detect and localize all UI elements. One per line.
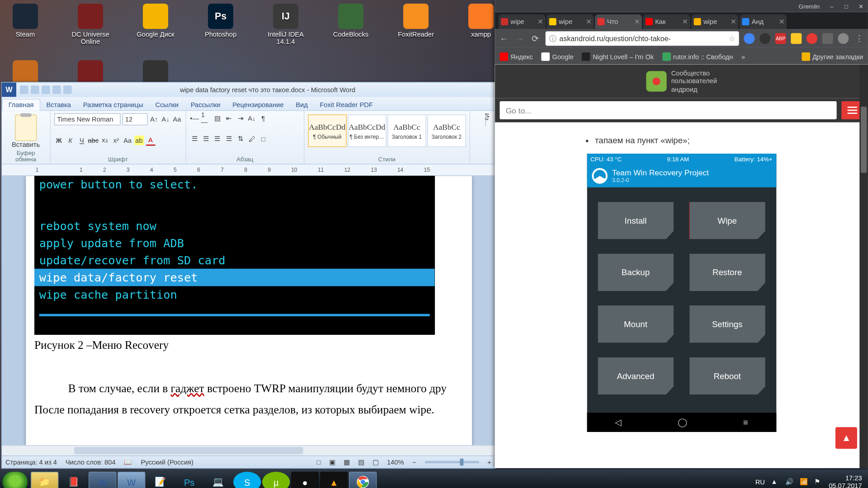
other-bookmarks[interactable]: Другие закладки — [802, 52, 863, 61]
taskbar-photoshop-icon[interactable]: Ps — [175, 472, 203, 488]
change-case-icon[interactable]: Aa — [172, 114, 182, 124]
back-icon[interactable]: ← — [499, 33, 509, 44]
horizontal-ruler[interactable]: 1123456789101112131415 — [2, 164, 495, 176]
view-draft-icon[interactable]: ▢ — [373, 458, 378, 466]
reload-icon[interactable]: ⟳ — [530, 33, 541, 44]
view-web-icon[interactable]: ▦ — [344, 458, 349, 466]
ribbon-tab[interactable]: Рецензирование — [226, 99, 290, 110]
align-center-icon[interactable]: ☰ — [201, 134, 211, 144]
extension-icon[interactable] — [807, 33, 817, 44]
maximize-icon[interactable]: □ — [839, 1, 854, 11]
bold-icon[interactable]: Ж — [54, 135, 64, 145]
tab-close-icon[interactable]: ✕ — [586, 18, 591, 25]
taskbar-skype-icon[interactable]: S — [233, 472, 261, 488]
bookmark-item[interactable]: rutor.info :: Свободн — [662, 52, 733, 61]
extension-icon[interactable] — [744, 33, 755, 44]
browser-tab[interactable]: wipe✕ — [691, 14, 738, 29]
tray-chevron-up-icon[interactable]: ▲ — [771, 478, 779, 486]
taskbar-app-icon[interactable]: 💻 — [204, 472, 232, 488]
shading-icon[interactable]: 🖊 — [247, 134, 256, 144]
desktop-icon[interactable]: DC Universe Online — [69, 4, 112, 45]
numbering-icon[interactable]: 1— — [201, 113, 211, 123]
star-icon[interactable]: ☆ — [729, 34, 736, 43]
horizontal-scrollbar[interactable] — [2, 445, 495, 455]
superscript-icon[interactable]: x² — [111, 135, 121, 145]
extension-adblock-icon[interactable]: ABP — [775, 33, 786, 44]
tray-network-icon[interactable]: 📶 — [800, 478, 808, 486]
borders-icon[interactable]: □ — [259, 134, 268, 144]
line-spacing-icon[interactable]: ⇅ — [236, 134, 245, 144]
site-info-icon[interactable]: ⓘ — [549, 33, 557, 44]
status-wordcount[interactable]: Число слов: 804 — [66, 459, 116, 466]
text-effects-icon[interactable]: Aa — [123, 135, 132, 145]
view-outline-icon[interactable]: ▤ — [358, 458, 364, 466]
taskbar-app-icon[interactable]: 📝 — [146, 472, 174, 488]
ribbon-tab[interactable]: Foxit Reader PDF — [314, 99, 379, 110]
zoom-slider[interactable] — [425, 461, 479, 463]
tray-clock[interactable]: 17:23 05.07.2017 — [829, 474, 862, 488]
chrome-profile-name[interactable]: Gremlin — [799, 3, 820, 9]
zoom-in-icon[interactable]: + — [487, 459, 491, 466]
indent-dec-icon[interactable]: ⇤ — [224, 113, 234, 123]
taskbar-utorrent-icon[interactable]: µ — [262, 472, 290, 488]
align-left-icon[interactable]: ☰ — [190, 134, 199, 144]
zoom-out-icon[interactable]: − — [412, 459, 416, 466]
multilevel-icon[interactable]: ▤ — [212, 113, 222, 123]
bullets-icon[interactable]: •— — [190, 113, 199, 123]
sort-icon[interactable]: A↓ — [247, 113, 256, 123]
forward-icon[interactable]: → — [514, 33, 525, 44]
ribbon-tab[interactable]: Главная — [2, 99, 40, 111]
browser-tab[interactable]: Что✕ — [595, 14, 642, 29]
ribbon-tab[interactable]: Разметка страницы — [77, 99, 149, 110]
status-page[interactable]: Страница: 4 из 4 — [5, 459, 57, 466]
bookmarks-overflow-icon[interactable]: » — [741, 53, 745, 60]
tab-close-icon[interactable]: ✕ — [634, 18, 640, 25]
subscript-icon[interactable]: x₂ — [100, 135, 109, 145]
taskbar-word-icon[interactable]: W — [118, 472, 145, 488]
goto-select[interactable]: Go to... — [500, 101, 836, 119]
quick-access-toolbar[interactable] — [20, 85, 72, 94]
vertical-scrollbar[interactable] — [859, 65, 868, 468]
extension-icon[interactable] — [822, 33, 833, 44]
desktop-icon[interactable]: Steam — [4, 4, 47, 45]
tray-language[interactable]: RU — [755, 479, 765, 486]
address-bar[interactable]: ⓘ askandroid.ru/question/chto-takoe- ☆ — [546, 31, 739, 46]
show-marks-icon[interactable]: ¶ — [259, 113, 268, 123]
style-item[interactable]: AaBbCcDd¶ Обычный — [308, 114, 346, 147]
bookmark-item[interactable]: Яндекс — [500, 52, 533, 61]
taskbar-chrome-icon[interactable] — [349, 472, 377, 488]
browser-tab[interactable]: wipe✕ — [499, 14, 546, 29]
view-fullscreen-icon[interactable]: ▣ — [329, 458, 335, 466]
indent-inc-icon[interactable]: ⇥ — [236, 113, 245, 123]
chrome-window-frame[interactable]: Gremlin – □ ✕ — [495, 0, 868, 12]
underline-icon[interactable]: Ч — [77, 135, 86, 145]
tray-volume-icon[interactable]: 🔊 — [785, 478, 794, 486]
view-print-layout-icon[interactable]: □ — [316, 459, 321, 466]
desktop-icon[interactable]: Google Диск — [134, 4, 177, 45]
tab-close-icon[interactable]: ✕ — [538, 18, 543, 25]
close-icon[interactable]: ✕ — [854, 1, 868, 11]
bookmark-item[interactable]: Google — [541, 52, 573, 61]
taskbar-app-icon[interactable]: ● — [291, 472, 319, 488]
strike-icon[interactable]: abc — [89, 135, 98, 145]
start-button[interactable] — [2, 472, 28, 488]
font-family-select[interactable]: Times New Roman — [54, 113, 121, 126]
chrome-menu-icon[interactable]: ⋮ — [854, 33, 864, 44]
paste-button[interactable] — [15, 114, 37, 141]
desktop-icon[interactable]: PsPhotoshop — [199, 4, 242, 45]
justify-icon[interactable]: ☰ — [224, 134, 234, 144]
ribbon-tab[interactable]: Вид — [290, 99, 314, 110]
tab-close-icon[interactable]: ✕ — [682, 18, 688, 25]
browser-tab[interactable]: Как✕ — [643, 14, 690, 29]
shrink-font-icon[interactable]: A↓ — [161, 114, 170, 124]
word-titlebar[interactable]: W wipe data factory reset что это такое.… — [2, 83, 495, 97]
highlight-icon[interactable]: ab — [134, 135, 144, 145]
extension-icon[interactable] — [760, 33, 770, 44]
desktop-icon[interactable]: IJIntelliJ IDEA 14.1.4 — [264, 4, 307, 45]
tray-flag-icon[interactable]: ⚑ — [814, 478, 823, 486]
scroll-to-top-button[interactable]: ▲ — [835, 427, 857, 449]
grow-font-icon[interactable]: A↑ — [149, 114, 159, 124]
minimize-icon[interactable]: – — [825, 1, 839, 11]
bookmark-item[interactable]: Night Lovell – I'm Ok — [582, 52, 654, 61]
font-size-select[interactable]: 12 — [122, 113, 147, 126]
